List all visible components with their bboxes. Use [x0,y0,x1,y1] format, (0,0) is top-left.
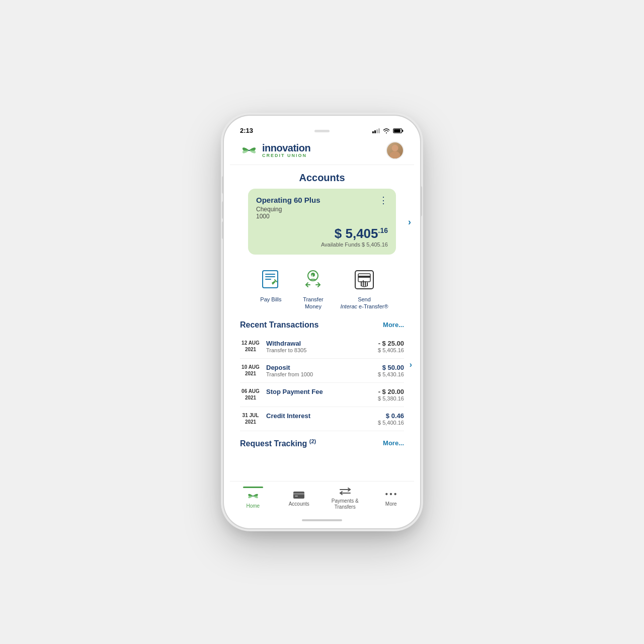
transaction-left: 31 JUL2021 Credit Interest [240,412,378,425]
request-tracking-title-text: Request Tracking [240,439,309,448]
transaction-right: $ 0.46 $ 5,400.16 [378,412,404,426]
svg-rect-16 [358,276,370,278]
status-icons [372,128,404,134]
send-interac-button[interactable]: SendInterac e‑Transfer® [340,267,388,310]
svg-rect-2 [394,129,400,132]
transaction-item[interactable]: 12 AUG2021 Withdrawal Transfer to 8305 -… [240,335,404,359]
transaction-info: Deposit Transfer from 1000 [266,364,378,377]
transaction-left: 12 AUG2021 Withdrawal Transfer to 8305 [240,340,378,353]
transaction-info: Withdrawal Transfer to 8305 [266,340,378,353]
transaction-amount: $ 50.00 [378,364,404,371]
notch [314,130,330,132]
transaction-list: 12 AUG2021 Withdrawal Transfer to 8305 -… [230,335,414,431]
balance-amount: $ 5,405.16 [335,226,388,241]
more-dots-icon [384,489,397,500]
transaction-date: 10 AUG2021 [240,364,261,377]
nav-more[interactable]: More [376,489,406,507]
signal-icon [372,128,380,133]
balance-dollars: $ 5,405 [335,226,378,241]
account-type: Chequing [256,206,388,213]
svg-point-17 [253,496,254,497]
nav-active-indicator [243,487,263,488]
avatar-image [387,142,403,158]
request-tracking-title: Request Tracking (2) [240,438,316,448]
svg-point-23 [394,493,396,495]
nav-accounts[interactable]: Accounts [284,489,314,507]
transaction-item[interactable]: 31 JUL2021 Credit Interest $ 0.46 $ 5,40… [240,407,404,431]
status-bar: 2:13 [230,122,414,137]
screen-content[interactable]: Accounts Operating 60 Plus ⋮ Chequing 10… [230,165,414,481]
transaction-name: Withdrawal [266,340,378,347]
pay-bills-label: Pay Bills [260,296,281,303]
logo-area: innovation CREDIT UNION [240,142,310,158]
nav-payments-label: Payments &Transfers [332,498,359,510]
transfer-money-icon: $ [300,267,326,293]
logo-innovation-text: innovation [262,142,310,153]
svg-rect-9 [265,276,275,277]
transaction-item[interactable]: 10 AUG2021 Deposit Transfer from 1000 $ … [240,359,404,383]
quick-actions: Pay Bills [230,263,414,318]
pay-bills-button[interactable]: Pay Bills [256,267,286,310]
request-tracking-header: Request Tracking (2) More... [230,436,414,453]
transfer-money-button[interactable]: $ TransferMoney [298,267,328,310]
transaction-balance: $ 5,430.16 [378,371,404,377]
transaction-left: 10 AUG2021 Deposit Transfer from 1000 [240,364,378,377]
send-interac-icon [351,267,377,293]
nav-home[interactable]: Home [238,487,268,509]
svg-rect-18 [293,492,304,499]
pay-bills-icon [258,267,284,293]
payments-transfers-icon [339,486,352,497]
available-funds: Available Funds $ 5,405.16 [256,242,388,248]
account-balance: $ 5,405.16 [256,226,388,242]
page-title: Accounts [230,165,414,189]
transaction-right: $ 50.00 $ 5,430.16 [378,364,404,377]
logo-credit-union-text: CREDIT UNION [262,153,310,158]
transaction-name: Credit Interest [266,412,378,420]
transaction-left: 06 AUG2021 Stop Payment Fee [240,388,378,401]
nav-accounts-label: Accounts [289,501,309,507]
send-interac-label: SendInterac e‑Transfer® [340,296,388,310]
recent-transactions-more[interactable]: More... [383,321,404,329]
home-icon [247,491,260,502]
bottom-nav: Home Accounts [230,481,414,516]
transaction-balance: $ 5,380.16 [378,395,404,401]
balance-cents: .16 [378,226,388,234]
transaction-amount: $ 0.46 [378,412,404,420]
transaction-name: Stop Payment Fee [266,388,378,395]
account-card-arrow[interactable]: › [408,216,411,227]
transaction-item[interactable]: 06 AUG2021 Stop Payment Fee - $ 20.00 $ … [240,383,404,407]
account-menu-button[interactable]: ⋮ [379,196,388,205]
request-tracking-count: (2) [309,438,316,444]
send-interac-icon-svg [351,267,377,293]
transaction-desc: Transfer from 1000 [266,371,378,377]
account-card-header: Operating 60 Plus ⋮ [256,196,388,205]
status-time: 2:13 [240,127,253,134]
nav-more-label: More [385,501,397,507]
transactions-arrow[interactable]: › [410,360,412,369]
wifi-icon [382,128,390,134]
account-name: Operating 60 Plus [256,196,320,204]
transaction-date: 06 AUG2021 [240,388,261,401]
transaction-info: Credit Interest [266,412,378,425]
nav-payments-transfers[interactable]: Payments &Transfers [330,486,360,510]
phone-device: 2:13 [224,116,420,528]
transaction-amount: - $ 20.00 [378,388,404,395]
accounts-icon [292,489,305,500]
transaction-date: 12 AUG2021 [240,340,261,353]
svg-rect-10 [265,279,271,280]
svg-point-3 [249,150,250,151]
transaction-desc: Transfer to 8305 [266,347,378,353]
account-number: 1000 [256,213,388,220]
transaction-name: Deposit [266,364,378,371]
battery-icon [393,128,404,134]
svg-rect-19 [293,493,304,495]
transaction-balance: $ 5,400.16 [378,420,404,426]
svg-rect-8 [265,274,275,275]
svg-point-22 [390,493,392,495]
account-card[interactable]: Operating 60 Plus ⋮ Chequing 1000 $ 5,40… [248,189,396,255]
transaction-right: - $ 25.00 $ 5,405.16 [378,340,404,353]
svg-point-5 [390,151,400,158]
recent-transactions-title: Recent Transactions [240,320,319,330]
avatar[interactable] [386,141,404,159]
request-tracking-more[interactable]: More... [383,439,404,447]
